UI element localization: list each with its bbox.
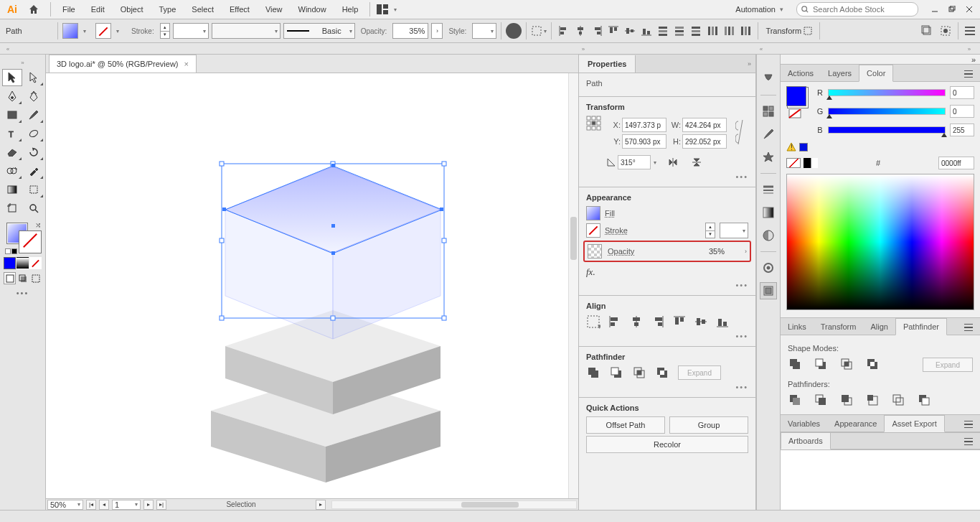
pen-tool[interactable] xyxy=(2,88,22,105)
menu-window[interactable]: Window xyxy=(291,2,334,17)
canvas[interactable] xyxy=(46,73,568,498)
artboard-number[interactable]: 1▾ xyxy=(112,500,141,510)
r-pf-intersect-icon[interactable] xyxy=(839,357,855,373)
tab-align[interactable]: Align xyxy=(863,319,895,335)
eraser-tool[interactable] xyxy=(2,144,22,161)
arrange-documents-icon[interactable]: ▾ xyxy=(374,1,390,17)
opacity-value[interactable]: 35% xyxy=(392,23,428,39)
align-left-icon[interactable] xyxy=(556,23,572,39)
collapse-toolbox-icon[interactable]: « xyxy=(1,45,14,53)
transform-more-icon[interactable]: ••• xyxy=(586,172,748,181)
menu-select[interactable]: Select xyxy=(184,2,221,17)
align-hcenter-icon[interactable] xyxy=(573,23,588,39)
stroke-swatch[interactable]: ▾ xyxy=(95,23,111,39)
stroke-color-icon[interactable] xyxy=(19,231,41,253)
right-collapse-icon[interactable]: » xyxy=(971,55,976,64)
align-top-icon[interactable] xyxy=(606,23,621,39)
recolor-button[interactable]: Recolor xyxy=(586,436,748,453)
menu-effect[interactable]: Effect xyxy=(222,2,257,17)
fill-stroke-control[interactable]: ⤭ xyxy=(4,221,42,254)
ae-menu-icon[interactable] xyxy=(961,417,976,432)
swap-fill-stroke-icon[interactable]: ⤭ xyxy=(35,221,41,229)
appearance-fill-label[interactable]: Fill xyxy=(605,209,615,218)
stroke-weight-stepper[interactable]: ▲▼ xyxy=(160,23,170,39)
r-pf-divide-icon[interactable] xyxy=(788,393,804,409)
brushes-icon[interactable] xyxy=(760,126,777,143)
tab-asset-export[interactable]: Asset Export xyxy=(884,415,944,432)
flip-h-icon[interactable] xyxy=(668,157,679,168)
draw-inside-icon[interactable] xyxy=(29,272,42,284)
artboard-tool[interactable] xyxy=(2,200,22,217)
search-stock[interactable] xyxy=(796,2,918,17)
vertical-scrollbar[interactable] xyxy=(568,73,578,498)
appearance-fill-swatch[interactable] xyxy=(586,206,600,220)
rotate-tool[interactable] xyxy=(24,144,44,161)
tab-appearance[interactable]: Appearance xyxy=(827,416,884,432)
direct-selection-tool[interactable] xyxy=(24,69,44,86)
r-pf-merge-icon[interactable] xyxy=(839,393,855,409)
fill-swatch[interactable]: ▾ xyxy=(62,23,78,39)
line-tool[interactable] xyxy=(24,125,44,142)
pf-intersect-icon[interactable] xyxy=(632,365,646,380)
opacity-popup[interactable]: › xyxy=(431,23,443,39)
brush-definition[interactable]: Basic ▾ xyxy=(283,23,355,39)
r-pf-exclude-icon[interactable] xyxy=(865,357,881,373)
toolbox-collapse-icon[interactable]: » xyxy=(0,57,45,67)
rectangle-tool[interactable] xyxy=(2,106,22,123)
p-align-bottom-icon[interactable] xyxy=(715,314,730,329)
pf-unite-icon[interactable] xyxy=(586,365,600,380)
color-stroke-swatch[interactable] xyxy=(786,109,804,119)
stroke-weight-dd[interactable]: ▾ xyxy=(173,23,209,39)
color-fill-swatch[interactable] xyxy=(786,86,806,106)
color-panel-menu-icon[interactable] xyxy=(961,67,976,81)
collapse-props-icon[interactable]: » xyxy=(577,45,590,53)
p-align-vcenter-icon[interactable] xyxy=(694,314,708,329)
collapse-right-icon[interactable]: » xyxy=(963,45,976,53)
artboards-menu-icon[interactable] xyxy=(961,434,976,449)
menu-type[interactable]: Type xyxy=(152,2,184,17)
gamut-color-icon[interactable] xyxy=(799,143,808,152)
pf-exclude-icon[interactable] xyxy=(655,365,669,380)
pathfinder-more-icon[interactable]: ••• xyxy=(586,383,748,391)
graphic-styles-icon[interactable] xyxy=(760,282,777,299)
bw-color-icon[interactable] xyxy=(804,158,818,168)
pf-minus-icon[interactable] xyxy=(609,365,623,380)
prev-artboard-icon[interactable]: ◂ xyxy=(99,500,109,510)
minimize-button[interactable] xyxy=(927,4,943,15)
workspace-switcher[interactable]: Automation ▾ xyxy=(727,2,792,17)
offset-path-button[interactable]: Offset Path xyxy=(586,416,665,434)
align-right-icon[interactable] xyxy=(589,23,605,39)
group-button[interactable]: Group xyxy=(669,416,748,434)
tab-variables[interactable]: Variables xyxy=(781,416,827,432)
first-artboard-icon[interactable]: |◂ xyxy=(86,500,96,510)
edit-clip-icon[interactable] xyxy=(938,23,953,39)
zoom-dropdown[interactable]: 50%▾ xyxy=(47,500,83,510)
transform-y-input[interactable] xyxy=(622,134,666,149)
transform-popup[interactable]: Transform xyxy=(763,27,815,35)
color-mode-none[interactable] xyxy=(29,257,42,269)
none-color-icon[interactable] xyxy=(786,158,801,168)
graphic-style-dd[interactable]: ▾ xyxy=(472,23,496,39)
properties-tab[interactable]: Properties xyxy=(579,55,636,73)
appearance-stroke-swatch[interactable] xyxy=(586,223,600,238)
dist-left-icon[interactable] xyxy=(705,23,720,39)
free-transform-tool[interactable] xyxy=(24,181,44,198)
home-icon[interactable] xyxy=(26,1,42,17)
horizontal-scrollbar[interactable] xyxy=(331,500,577,509)
shape-builder-tool[interactable] xyxy=(2,162,22,180)
cc-libraries-icon[interactable] xyxy=(760,70,777,88)
isolate-icon[interactable] xyxy=(919,23,935,39)
tab-color[interactable]: Color xyxy=(859,65,893,82)
stroke-panel-icon[interactable] xyxy=(760,181,777,198)
appearance-more-icon[interactable]: ••• xyxy=(586,281,748,289)
properties-collapse-icon[interactable]: » xyxy=(748,60,755,67)
type-tool[interactable]: T xyxy=(2,125,22,142)
zoom-tool[interactable] xyxy=(24,200,44,217)
p-align-hcenter-icon[interactable] xyxy=(629,314,644,329)
status-popup-icon[interactable]: ▸ xyxy=(316,500,326,510)
gradient-tool[interactable] xyxy=(2,181,22,198)
flip-v-icon[interactable] xyxy=(691,157,702,168)
r-slider[interactable] xyxy=(828,89,946,96)
draw-behind-icon[interactable] xyxy=(17,272,29,284)
curvature-tool[interactable] xyxy=(24,88,44,105)
